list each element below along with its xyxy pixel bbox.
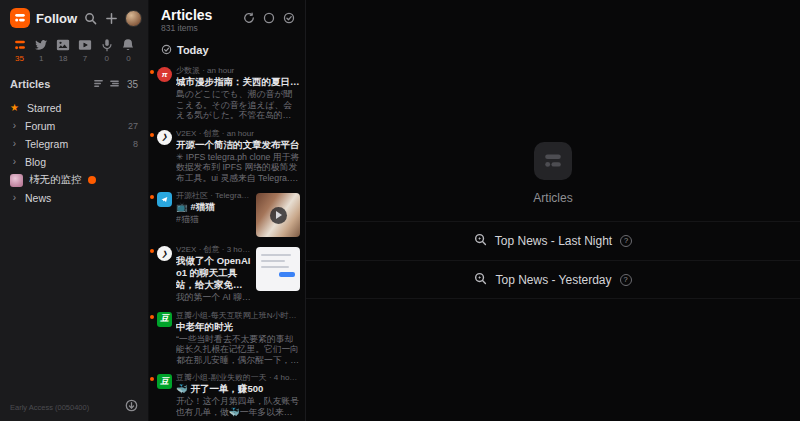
video-thumbnail xyxy=(256,193,300,237)
feed-section-header: Articles 35 xyxy=(0,67,148,97)
ai-magnifier-icon xyxy=(474,233,487,249)
screenshot-thumbnail xyxy=(256,247,300,291)
v2ex-feed-icon: ❯ xyxy=(157,246,172,261)
entry-title: 📺 #猫猫 xyxy=(176,201,251,213)
unread-dot xyxy=(150,377,154,381)
v2ex-feed-icon: ❯ xyxy=(157,130,172,145)
entry-description: 島のどこにでも、潮の音が聞こえる。その音を追えば、会える気がした。不管在岛的哪里… xyxy=(176,89,300,121)
unread-dot xyxy=(150,315,154,319)
chevron-right-icon: › xyxy=(10,121,19,131)
sidebar-header: Follow xyxy=(0,0,148,32)
today-label: Today xyxy=(177,44,209,56)
entry-title: 我做了个 OpenAI o1 的聊天工具站，给大家免费试用 xyxy=(176,255,251,291)
view-audios[interactable]: 0 xyxy=(97,38,116,63)
article-list-item[interactable]: π 少数派 · an hour 城市漫步指南：关西的夏日重现 島のどこにでも、潮… xyxy=(149,62,305,125)
content-panel: Articles Top News - Last Night ? Top New… xyxy=(306,0,800,421)
article-list-item[interactable]: 豆 豆瓣小组-副业失败的一天 · 4 hours 🐳 开了一单，赚500 开心！… xyxy=(149,369,305,421)
follow-app: Follow 35 1 18 xyxy=(0,0,800,421)
mark-all-read-icon[interactable] xyxy=(283,10,295,28)
daily-report-label: Top News - Last Night xyxy=(495,234,612,248)
help-circle-icon[interactable]: ? xyxy=(620,235,632,247)
daily-report-last-night[interactable]: Top News - Last Night ? xyxy=(306,221,800,260)
telegram-channel-icon xyxy=(157,192,172,207)
entries-scroll-area[interactable]: π 少数派 · an hour 城市漫步指南：关西的夏日重现 島のどこにでも、潮… xyxy=(149,62,305,421)
douban-feed-icon: 豆 xyxy=(157,312,172,327)
entry-description: ✳ IPFS telegra.ph clone 用于将数据发布到 IPFS 网络… xyxy=(176,152,300,184)
view-articles[interactable]: 35 xyxy=(10,38,29,63)
view-social-media[interactable]: 1 xyxy=(32,38,51,63)
article-list-item[interactable]: ❯ V2EX · 创意 · an hour 开源一个简洁的文章发布平台 ✳ IP… xyxy=(149,125,305,188)
entry-description: “一些当时看去不太要紧的事却能长久扎根在记忆里。它们一向都在那儿安睡，偶尔醒一下… xyxy=(176,334,300,366)
entry-title: 开源一个简洁的文章发布平台 xyxy=(176,139,300,151)
chevron-right-icon: › xyxy=(10,139,19,149)
list-title: Articles xyxy=(161,7,243,23)
view-notifications[interactable]: 0 xyxy=(119,38,138,63)
article-list-item[interactable]: 豆 豆瓣小组-每天互联网上班N小时的我们一起聊… · 3 hours 中老年的时… xyxy=(149,307,305,370)
sidebar-footer: Early Access (0050400) xyxy=(0,394,148,421)
entry-description: 我的第一个 AI 聊天站上… xyxy=(176,292,251,303)
daily-report-yesterday[interactable]: Top News - Yesterday ? xyxy=(306,260,800,299)
empty-state-label: Articles xyxy=(533,191,572,205)
daily-report-list: Top News - Last Night ? Top News - Yeste… xyxy=(306,221,800,299)
sidebar-item-blog[interactable]: › Blog xyxy=(6,153,142,171)
unread-total-count: 35 xyxy=(127,79,138,90)
view-pictures[interactable]: 18 xyxy=(54,38,73,63)
search-icon[interactable] xyxy=(83,11,97,25)
user-avatar[interactable] xyxy=(125,10,142,27)
view-switcher: 35 1 18 7 0 0 xyxy=(0,32,148,67)
unread-dot xyxy=(150,249,154,253)
unread-dot xyxy=(150,133,154,137)
app-title: Follow xyxy=(36,11,77,26)
feed-list: ★ Starred › Forum 27 › Telegram 8 › Blog… xyxy=(0,97,148,209)
sidebar-item-news[interactable]: › News xyxy=(6,189,142,207)
feed-avatar xyxy=(10,174,23,187)
entry-title: 中老年的时光 xyxy=(176,321,300,333)
entry-meta: 少数派 · an hour xyxy=(176,66,300,75)
entry-title: 城市漫步指南：关西的夏日重现 xyxy=(176,76,300,88)
chevron-right-icon: › xyxy=(10,193,19,203)
sidebar-item-telegram[interactable]: › Telegram 8 xyxy=(6,135,142,153)
articles-view-logo-icon xyxy=(534,142,572,180)
feed-error-dot-icon xyxy=(88,176,96,184)
douban-feed-icon: 豆 xyxy=(157,374,172,389)
app-logo-icon[interactable] xyxy=(10,8,30,28)
star-icon: ★ xyxy=(10,103,21,113)
unread-dot xyxy=(150,70,154,74)
daily-report-label: Top News - Yesterday xyxy=(495,273,611,287)
entry-meta: V2EX · 创意 · 3 hours xyxy=(176,245,251,254)
play-icon xyxy=(270,207,287,224)
entry-meta: 开源社区 · Telegram… · 2 hours xyxy=(176,191,251,200)
sspai-feed-icon: π xyxy=(157,67,172,82)
unread-dot xyxy=(150,195,154,199)
download-icon[interactable] xyxy=(125,398,138,416)
sidebar-item-forum[interactable]: › Forum 27 xyxy=(6,117,142,135)
add-feed-icon[interactable] xyxy=(104,11,118,25)
group-view-icon[interactable] xyxy=(109,75,120,93)
folder-unread-count: 8 xyxy=(133,139,138,149)
list-header: Articles 831 items xyxy=(149,0,305,36)
entry-meta: 豆瓣小组-副业失败的一天 · 4 hours xyxy=(176,373,300,382)
help-circle-icon[interactable]: ? xyxy=(620,274,632,286)
today-section-header: Today xyxy=(149,36,305,62)
entry-meta: 豆瓣小组-每天互联网上班N小时的我们一起聊… · 3 hours xyxy=(176,311,300,320)
sidebar-item-monitor-feed[interactable]: 梼无的监控 xyxy=(6,171,142,189)
entry-meta: V2EX · 创意 · an hour xyxy=(176,129,300,138)
entry-title: 🐳 开了一单，赚500 xyxy=(176,383,300,395)
check-circle-icon xyxy=(161,41,172,59)
sort-icon[interactable] xyxy=(93,75,104,93)
entry-description: #猫猫 xyxy=(176,214,251,225)
article-list: Articles 831 items Today π 少数派 · an hour… xyxy=(148,0,306,421)
chevron-right-icon: › xyxy=(10,157,19,167)
version-label: Early Access (0050400) xyxy=(10,403,89,412)
sidebar: Follow 35 1 18 xyxy=(0,0,148,421)
entry-description: 开心！这个月第四单，队友账号也有几单，做🐳一年多以来最好的一段时间 xyxy=(176,396,300,417)
feed-section-title: Articles xyxy=(10,78,89,90)
refresh-icon[interactable] xyxy=(243,10,255,28)
sidebar-item-starred[interactable]: ★ Starred xyxy=(6,99,142,117)
folder-unread-count: 27 xyxy=(128,121,138,131)
ai-magnifier-icon xyxy=(474,272,487,288)
article-list-item[interactable]: ❯ V2EX · 创意 · 3 hours 我做了个 OpenAI o1 的聊天… xyxy=(149,241,305,307)
view-videos[interactable]: 7 xyxy=(75,38,94,63)
article-list-item[interactable]: 开源社区 · Telegram… · 2 hours 📺 #猫猫 #猫猫 xyxy=(149,187,305,241)
unread-filter-icon[interactable] xyxy=(263,10,275,28)
